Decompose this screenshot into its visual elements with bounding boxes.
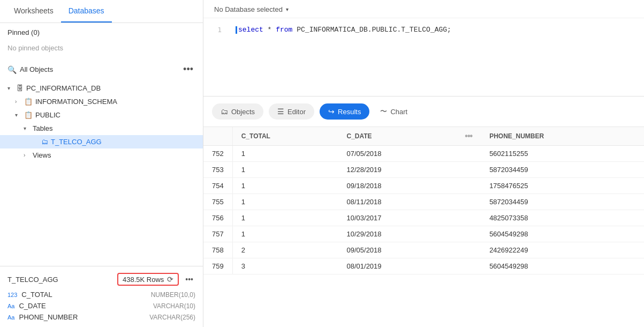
chart-icon: 〜 <box>380 107 387 116</box>
results-table: C_TOTAL C_DATE ••• PHONE_NUMBER 752 1 07… <box>203 127 644 274</box>
editor-icon: ☰ <box>277 107 284 116</box>
tab-editor-button[interactable]: ☰ Editor <box>269 103 314 120</box>
cell-c-date: 07/05/2018 <box>338 146 457 162</box>
line-numbers: 1 <box>203 25 230 36</box>
cell-c-total: 1 <box>232 210 338 226</box>
tab-chart-button[interactable]: 〜 Chart <box>375 103 413 120</box>
cell-more <box>456 146 481 162</box>
tab-objects-button[interactable]: 🗂 Objects <box>212 103 263 120</box>
tree-item-tables-folder[interactable]: ▾ Tables <box>0 122 203 135</box>
row-number: 757 <box>203 226 232 242</box>
chevron-icon: ▾ <box>24 125 30 131</box>
col-dtype-c-total: NUMBER(10,0) <box>151 291 195 299</box>
search-icon: 🔍 <box>7 65 17 74</box>
refresh-icon[interactable]: ⟳ <box>167 275 173 284</box>
results-toolbar: 🗂 Objects ☰ Editor ↪ Results 〜 Chart <box>203 96 644 127</box>
all-objects-label[interactable]: 🔍 All Objects <box>7 65 53 74</box>
table-row: 759 3 08/01/2019 5604549298 <box>203 258 644 274</box>
cell-c-date: 09/18/2018 <box>338 178 457 194</box>
table-name: T_TELCO_AGG <box>7 276 58 284</box>
more-options-button[interactable]: ••• <box>181 63 195 76</box>
cell-phone: 5872034459 <box>481 194 644 210</box>
tab-databases[interactable]: Databases <box>61 0 112 23</box>
col-dtype-c-date: VARCHAR(10) <box>153 302 195 310</box>
results-label: Results <box>338 108 361 116</box>
cell-phone: 4825073358 <box>481 210 644 226</box>
cell-more <box>456 178 481 194</box>
tab-worksheets[interactable]: Worksheets <box>6 0 61 23</box>
table-row: 752 1 07/05/2018 5602115255 <box>203 146 644 162</box>
tree-item-info-schema[interactable]: › 📋 INFORMATION_SCHEMA <box>0 95 203 108</box>
editor-label: Editor <box>287 108 306 116</box>
search-row: 🔍 All Objects ••• <box>0 60 203 79</box>
sql-editor-area: No Database selected ▾ 1 select * from P… <box>203 0 644 96</box>
table-row: 753 1 12/28/2019 5872034459 <box>203 162 644 178</box>
row-number: 752 <box>203 146 232 162</box>
main-content: No Database selected ▾ 1 select * from P… <box>203 0 644 327</box>
pinned-section: Pinned (0) <box>0 23 203 42</box>
schema-icon: 📋 <box>24 98 33 106</box>
cell-c-date: 08/11/2018 <box>338 194 457 210</box>
cell-phone: 5602115255 <box>481 146 644 162</box>
row-number: 754 <box>203 178 232 194</box>
cell-more <box>456 258 481 274</box>
pinned-empty: No pinned objects <box>0 42 203 60</box>
db-icon: 🗄 <box>17 84 24 92</box>
sql-code[interactable]: select * from PC_INFORMATICA_DB.PUBLIC.T… <box>230 25 644 36</box>
cell-c-total: 3 <box>232 258 338 274</box>
db-selector[interactable]: No Database selected ▾ <box>214 5 289 13</box>
table-body: 752 1 07/05/2018 5602115255 753 1 12/28/… <box>203 146 644 274</box>
cell-c-total: 1 <box>232 194 338 210</box>
tree-item-public[interactable]: ▾ 📋 PUBLIC <box>0 108 203 122</box>
table-label: T_TELCO_AGG <box>51 138 102 146</box>
cell-c-total: 2 <box>232 242 338 258</box>
public-label: PUBLIC <box>35 111 60 119</box>
table-row: 757 1 10/29/2018 5604549298 <box>203 226 644 242</box>
row-number: 756 <box>203 210 232 226</box>
schema-icon: 📋 <box>24 111 33 119</box>
cell-more <box>456 242 481 258</box>
sidebar-tabs: Worksheets Databases <box>0 0 203 23</box>
more-cols-icon: ••• <box>465 131 472 140</box>
chevron-down-icon: ▾ <box>286 6 289 12</box>
schema-label: INFORMATION_SCHEMA <box>35 98 117 106</box>
rows-count: 438.5K Rows <box>123 276 164 284</box>
objects-icon: 🗂 <box>221 107 228 116</box>
cell-more <box>456 162 481 178</box>
cell-c-date: 10/29/2018 <box>338 226 457 242</box>
cell-phone: 5872034459 <box>481 162 644 178</box>
col-header-more[interactable]: ••• <box>456 127 481 146</box>
col-type-c-date: Aa <box>7 303 14 309</box>
rows-badge: 438.5K Rows ⟳ <box>117 273 179 286</box>
cell-c-date: 10/03/2017 <box>338 210 457 226</box>
row-number: 759 <box>203 258 232 274</box>
col-header-c-date[interactable]: C_DATE <box>338 127 457 146</box>
cell-c-total: 1 <box>232 226 338 242</box>
cell-c-total: 1 <box>232 178 338 194</box>
col-header-phone[interactable]: PHONE_NUMBER <box>481 127 644 146</box>
table-row: 758 2 09/05/2018 2426922249 <box>203 242 644 258</box>
sql-toolbar: No Database selected ▾ <box>203 5 644 18</box>
col-name-c-date: C_DATE <box>19 302 46 310</box>
cell-c-date: 08/01/2019 <box>338 258 457 274</box>
cell-more <box>456 194 481 210</box>
cell-more <box>456 210 481 226</box>
cell-c-total: 1 <box>232 146 338 162</box>
results-table-wrapper: C_TOTAL C_DATE ••• PHONE_NUMBER 752 1 07… <box>203 127 644 327</box>
col-header-c-total[interactable]: C_TOTAL <box>232 127 338 146</box>
col-name-c-total: C_TOTAL <box>21 291 52 299</box>
cell-c-date: 09/05/2018 <box>338 242 457 258</box>
table-row: 754 1 09/18/2018 1758476525 <box>203 178 644 194</box>
row-number: 758 <box>203 242 232 258</box>
tree-item-db[interactable]: ▾ 🗄 PC_INFORMATICA_DB <box>0 81 203 95</box>
cell-phone: 2426922249 <box>481 242 644 258</box>
tree-item-views-folder[interactable]: › Views <box>0 148 203 162</box>
cell-phone: 1758476525 <box>481 178 644 194</box>
tree-item-t-telco-agg[interactable]: 🗂 T_TELCO_AGG <box>0 135 203 148</box>
table-more-button[interactable]: ••• <box>183 274 195 285</box>
tab-results-button[interactable]: ↪ Results <box>320 103 369 120</box>
chevron-icon: ▾ <box>7 85 14 91</box>
results-icon: ↪ <box>328 107 335 116</box>
table-icon: 🗂 <box>41 138 48 146</box>
col-type-c-total: 123 <box>7 292 17 298</box>
